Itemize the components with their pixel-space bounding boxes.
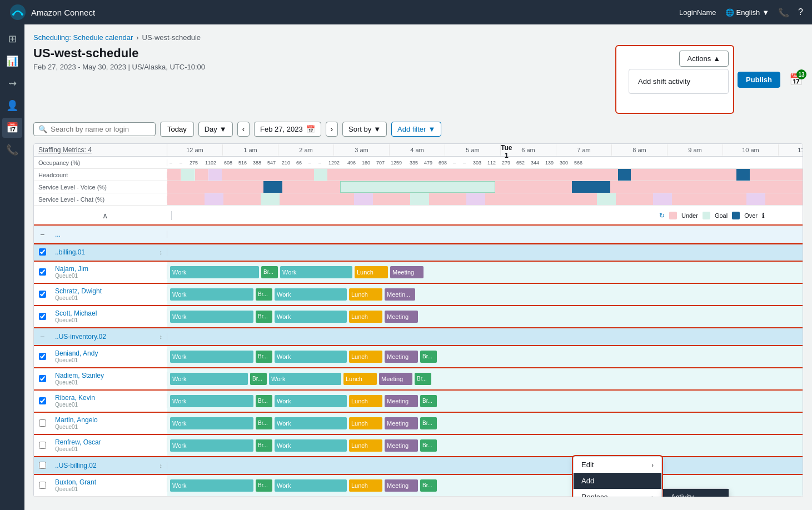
group3-checkbox[interactable] [39, 462, 46, 469]
shift-work[interactable]: Work [170, 288, 253, 301]
shift-meeting[interactable]: Meeting [385, 439, 418, 452]
day-selector[interactable]: Day ▼ [198, 122, 233, 137]
shift-work2[interactable]: Work [280, 266, 352, 278]
shift-work[interactable]: Work [170, 479, 253, 492]
agent-scott-checkbox[interactable] [39, 313, 46, 320]
shift-work[interactable]: Work [170, 373, 248, 385]
add-shift-activity-item[interactable]: Add shift activity [629, 73, 728, 90]
sidebar-item-home[interactable]: ⊞ [2, 29, 22, 49]
shift-meeting[interactable]: Meeting [385, 417, 418, 429]
agent-beniand-checkbox[interactable] [39, 353, 46, 360]
calendar-badge-button[interactable]: 📅 13 [789, 73, 803, 86]
refresh-icon[interactable]: ↻ [659, 212, 665, 219]
search-input[interactable] [51, 125, 151, 133]
prev-date-button[interactable]: ‹ [237, 122, 250, 137]
shift-lunch[interactable]: Lunch [349, 479, 382, 492]
agent-renfrew-checkbox[interactable] [39, 442, 46, 449]
sidebar-item-routing[interactable]: ⇝ [2, 73, 22, 93]
shift-break2[interactable]: Br... [420, 351, 437, 363]
submenu-activity-item[interactable]: Activity [663, 489, 729, 497]
shift-work2[interactable]: Work [275, 351, 347, 363]
shift-break2[interactable]: Br... [420, 439, 437, 452]
today-button[interactable]: Today [160, 122, 194, 137]
service-level-voice-label: Service Level - Voice (%) [34, 184, 167, 191]
agent-martin-checkbox[interactable] [39, 419, 46, 427]
breadcrumb-parent[interactable]: Scheduling: Schedule calendar [33, 33, 133, 42]
publish-button[interactable]: Publish [738, 72, 780, 88]
ctx-add-item[interactable]: Add Activity [574, 473, 661, 489]
group1-collapse-icon[interactable]: − [40, 230, 44, 239]
shift-work[interactable]: Work [170, 311, 253, 323]
agent-ribera-checkbox[interactable] [39, 397, 46, 404]
agent-buxton-checkbox[interactable] [39, 482, 46, 489]
sidebar-item-users[interactable]: 👤 [2, 96, 22, 116]
agent-billing01-timeline [167, 243, 803, 261]
shift-work2[interactable]: Work [275, 395, 347, 407]
shift-break2[interactable]: Br... [420, 417, 437, 429]
add-filter-button[interactable]: Add filter ▼ [391, 122, 441, 137]
staffing-metrics-label[interactable]: Staffing Metrics: 4 [38, 146, 92, 154]
page-title: US-west-schedule [33, 46, 205, 61]
shift-break[interactable]: Br... [256, 395, 272, 407]
shift-lunch[interactable]: Lunch [349, 417, 382, 429]
shift-break2[interactable]: Br... [420, 395, 437, 407]
sort-by-button[interactable]: Sort by ▼ [342, 122, 387, 137]
collapse-chevron-icon[interactable]: ∧ [102, 211, 108, 220]
shift-work2[interactable]: Work [275, 479, 347, 492]
shift-meeting[interactable]: Meeting [385, 479, 418, 492]
shift-meeting[interactable]: Meeting [385, 351, 418, 363]
shift-work[interactable]: Work [170, 439, 253, 452]
date-display[interactable]: Feb 27, 2023 📅 [254, 122, 321, 137]
sidebar-item-scheduling[interactable]: 📅 [2, 118, 22, 138]
shift-meeting[interactable]: Meeting [379, 373, 412, 385]
shift-break2[interactable]: Br... [420, 479, 437, 492]
next-date-button[interactable]: › [326, 122, 338, 137]
shift-break[interactable]: Br... [256, 439, 272, 452]
ctx-replace-item[interactable]: Replace › [574, 489, 661, 497]
legend-info-icon[interactable]: ℹ [762, 212, 765, 219]
agent-najam-checkbox[interactable] [39, 268, 46, 276]
shift-lunch[interactable]: Lunch [349, 288, 382, 301]
phone-icon[interactable]: 📞 [778, 7, 789, 18]
shift-break[interactable]: Br... [250, 373, 267, 385]
sidebar-item-phone[interactable]: 📞 [2, 140, 22, 160]
shift-work2[interactable]: Work [275, 439, 347, 452]
shift-lunch[interactable]: Lunch [349, 311, 382, 323]
shift-break[interactable]: Br... [261, 266, 278, 278]
headcount-label: Headcount [34, 172, 167, 178]
actions-button[interactable]: Actions ▲ [679, 51, 729, 67]
agent-billing01-checkbox[interactable] [39, 248, 46, 256]
shift-meeting[interactable]: Meeting [390, 266, 424, 278]
shift-work[interactable]: Work [170, 351, 253, 363]
ctx-edit-item[interactable]: Edit › [574, 457, 661, 473]
shift-lunch[interactable]: Lunch [349, 351, 382, 363]
shift-lunch[interactable]: Lunch [349, 395, 382, 407]
shift-work2[interactable]: Work [275, 311, 347, 323]
shift-break[interactable]: Br... [256, 417, 272, 429]
group2-collapse-icon[interactable]: − [40, 332, 44, 341]
shift-break[interactable]: Br... [256, 351, 272, 363]
language-selector[interactable]: 🌐 English ▼ [725, 8, 770, 17]
shift-lunch[interactable]: Lunch [343, 373, 377, 385]
agent-schratz-checkbox[interactable] [39, 291, 46, 298]
shift-break[interactable]: Br... [256, 479, 272, 492]
shift-lunch[interactable]: Lunch [349, 439, 382, 452]
shift-work2[interactable]: Work [275, 288, 347, 301]
search-box[interactable]: 🔍 [33, 122, 156, 136]
help-icon[interactable]: ? [798, 7, 803, 17]
shift-work2[interactable]: Work [269, 373, 341, 385]
agent-nadiem-checkbox[interactable] [39, 375, 46, 382]
shift-break[interactable]: Br... [256, 288, 272, 301]
time-slots-container: Tue 1 12 am 1 am 2 am 3 am 4 am 5 am 6 a… [167, 144, 803, 156]
shift-work2[interactable]: Work [275, 417, 347, 429]
shift-meeting[interactable]: Meeting [385, 311, 418, 323]
shift-work[interactable]: Work [170, 266, 259, 278]
shift-meeting[interactable]: Meetin... [385, 288, 415, 301]
sidebar-item-analytics[interactable]: 📊 [2, 51, 22, 71]
shift-work[interactable]: Work [170, 395, 253, 407]
shift-lunch[interactable]: Lunch [355, 266, 388, 278]
shift-break2[interactable]: Br... [415, 373, 431, 385]
shift-work[interactable]: Work [170, 417, 253, 429]
shift-break[interactable]: Br... [256, 311, 272, 323]
shift-meeting[interactable]: Meeting [385, 395, 418, 407]
